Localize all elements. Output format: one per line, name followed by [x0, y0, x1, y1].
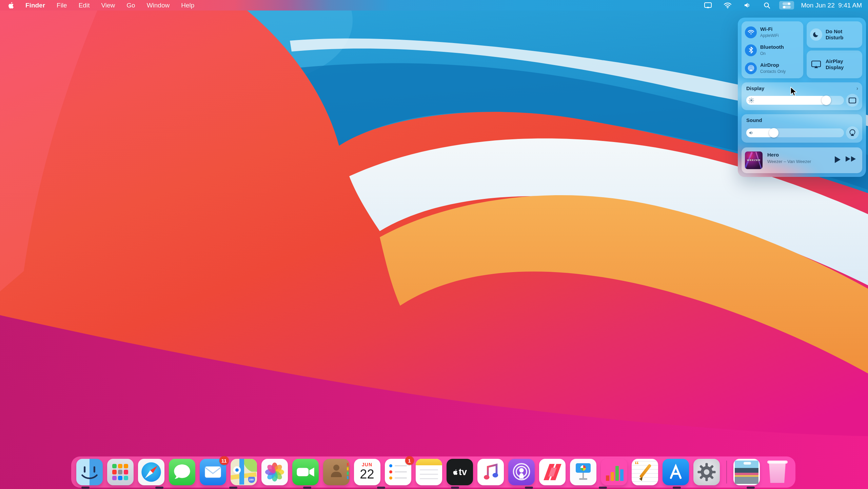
dock-item-finder[interactable]	[76, 459, 103, 485]
airdrop-toggle[interactable]: AirDropContacts Only	[745, 60, 801, 76]
dock-item-mail[interactable]: 11	[200, 459, 226, 485]
menu-bar-clock[interactable]: Mon Jun 22 9:41 AM	[801, 2, 862, 9]
dock-item-launchpad[interactable]	[107, 459, 134, 485]
dock-item-news[interactable]	[539, 459, 566, 485]
dock-item-messages[interactable]	[169, 459, 195, 485]
dnd-label: Do Not Disturb	[826, 28, 857, 41]
wifi-toggle-icon	[745, 26, 757, 38]
fast-forward-button[interactable]	[845, 156, 857, 162]
control-center-icon[interactable]	[779, 1, 794, 9]
airplay-display-card[interactable]: AirPlay Display	[807, 50, 862, 78]
sound-title: Sound	[746, 117, 762, 123]
sound-output-button[interactable]	[846, 126, 859, 139]
volume-speaker-icon	[749, 130, 754, 137]
sound-card: Sound	[742, 114, 862, 143]
dock-item-music[interactable]	[477, 459, 504, 485]
running-indicator	[377, 487, 385, 489]
menu-bar: Finder File Edit View Go Window Help Mon…	[0, 0, 868, 11]
dock-item-tv[interactable]: tv	[447, 459, 473, 485]
dock-item-podcasts[interactable]	[508, 459, 535, 485]
dock-item-safari[interactable]	[138, 459, 164, 485]
tv-label: tv	[459, 467, 467, 477]
contacts-art	[323, 459, 350, 485]
dock: 11 280	[71, 456, 795, 488]
dock-item-app-store[interactable]	[663, 459, 689, 485]
spotlight-icon[interactable]	[760, 1, 774, 9]
menu-item-window[interactable]: Window	[147, 2, 170, 9]
airplay-display-icon	[810, 60, 822, 68]
running-indicator	[525, 487, 533, 489]
brightness-sun-icon	[749, 98, 754, 104]
running-indicator	[673, 487, 681, 489]
gear-icon	[693, 459, 720, 485]
running-indicator	[155, 487, 163, 489]
dock-item-screenshot-file[interactable]	[733, 459, 760, 485]
display-settings-button[interactable]	[846, 94, 859, 107]
track-artist-album: Weezer – Van Weezer	[767, 159, 811, 164]
bluetooth-label: Bluetooth	[760, 44, 784, 50]
launchpad-grid-icon	[112, 464, 129, 480]
keynote-podium-icon	[576, 463, 591, 473]
bluetooth-toggle[interactable]: BluetoothOn	[745, 42, 801, 58]
display-title: Display	[746, 85, 764, 91]
volume-thumb[interactable]	[769, 128, 778, 138]
now-playing-card: WEEZER Hero Weezer – Van Weezer	[742, 147, 862, 173]
wifi-icon[interactable]	[720, 1, 735, 9]
running-indicator	[599, 487, 607, 489]
dock-item-contacts[interactable]	[323, 459, 350, 485]
dock-item-facetime[interactable]	[292, 459, 319, 485]
running-indicator	[303, 487, 311, 489]
wifi-toggle[interactable]: Wi-FiAppleWiFi	[745, 24, 801, 40]
dock-divider	[726, 461, 727, 484]
running-indicator	[451, 487, 459, 489]
running-indicator	[747, 487, 755, 489]
volume-icon[interactable]	[740, 1, 755, 9]
dock-item-photos[interactable]	[261, 459, 288, 485]
apple-menu-icon[interactable]	[7, 2, 14, 9]
menu-item-app[interactable]: Finder	[25, 2, 45, 9]
bluetooth-status: On	[760, 51, 766, 56]
airdrop-toggle-icon	[745, 62, 757, 74]
screenshot-thumbnail	[735, 461, 758, 484]
maps-art: 280	[231, 459, 257, 485]
menu-item-file[interactable]: File	[57, 2, 67, 9]
mail-unread-badge: 11	[219, 456, 229, 465]
brightness-fill	[746, 96, 826, 105]
running-indicator	[81, 487, 90, 489]
display-expand-chevron[interactable]: ›	[856, 85, 858, 91]
mouse-cursor	[790, 87, 799, 98]
album-art[interactable]: WEEZER	[745, 151, 763, 169]
bluetooth-toggle-icon	[745, 44, 757, 56]
menu-item-help[interactable]: Help	[181, 2, 194, 9]
connectivity-card: Wi-FiAppleWiFi BluetoothOn AirDropContac…	[742, 21, 803, 78]
screen-mirroring-icon[interactable]	[701, 1, 715, 9]
moon-icon	[810, 28, 822, 41]
airplay-display-label: AirPlay Display	[826, 58, 855, 70]
numbers-chart-icon	[606, 466, 624, 481]
wifi-label: Wi-Fi	[760, 26, 773, 32]
notes-header	[416, 459, 442, 465]
dock-item-numbers[interactable]	[601, 459, 627, 485]
play-button[interactable]	[834, 156, 841, 164]
display-card: Display ›	[742, 82, 862, 110]
reminders-badge: 1	[405, 456, 414, 465]
dock-item-notes[interactable]	[416, 459, 442, 485]
do-not-disturb-card[interactable]: Do Not Disturb	[807, 21, 862, 48]
dock-item-reminders[interactable]: 1	[385, 459, 411, 485]
volume-slider[interactable]	[746, 128, 844, 137]
dock-item-keynote[interactable]	[570, 459, 596, 485]
dock-item-pages[interactable]: “	[632, 459, 658, 485]
menu-item-edit[interactable]: Edit	[79, 2, 90, 9]
airdrop-label: AirDrop	[760, 62, 779, 68]
brightness-thumb[interactable]	[822, 96, 831, 105]
dock-item-calendar[interactable]: JUN 22	[354, 459, 380, 485]
dock-item-maps[interactable]: 280	[231, 459, 257, 485]
wifi-network-name: AppleWiFi	[760, 33, 779, 38]
menu-item-go[interactable]: Go	[126, 2, 135, 9]
menu-item-view[interactable]: View	[101, 2, 115, 9]
dock-item-trash[interactable]	[764, 459, 791, 485]
airdrop-mode: Contacts Only	[760, 69, 786, 74]
control-center-panel: Wi-FiAppleWiFi BluetoothOn AirDropContac…	[738, 18, 866, 177]
dock-item-system-preferences[interactable]	[693, 459, 720, 485]
track-title: Hero	[767, 152, 779, 158]
